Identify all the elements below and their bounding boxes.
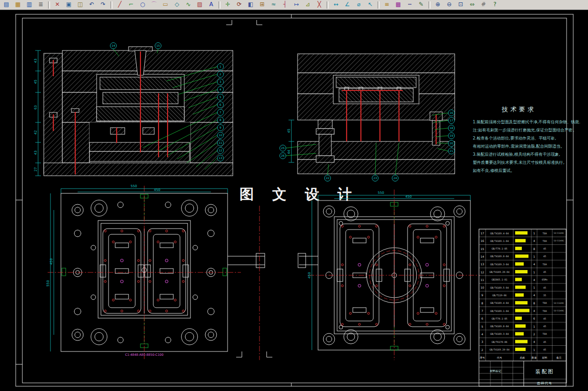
ejector-hole [149, 310, 151, 312]
bom-material: T8A [542, 301, 547, 304]
bom-material: 45 [543, 271, 546, 273]
part-balloon-number: 15 [156, 44, 160, 47]
new-icon[interactable]: ▤ [1, 0, 12, 10]
ejector-hole [182, 310, 184, 312]
undo-icon[interactable]: ↶ [86, 0, 97, 10]
plate-hole [91, 200, 107, 216]
plate-hole [208, 308, 214, 315]
save-icon[interactable]: ▥ [24, 0, 35, 10]
leader-icon[interactable]: ↖ [365, 0, 376, 10]
polyline-icon[interactable]: ⌐ [126, 0, 137, 10]
plate-hole [457, 209, 462, 214]
plate-hole [165, 337, 171, 343]
plate-hole [74, 308, 81, 315]
plate-hole [75, 332, 80, 338]
ejector-hole [341, 285, 343, 287]
arc-icon[interactable]: ⌒ [149, 0, 159, 10]
part-balloon-number: 8 [219, 118, 221, 121]
bom-qty: 4 [533, 278, 535, 281]
plate-hole [205, 204, 217, 216]
color-icon[interactable]: ▩ [393, 0, 404, 10]
zoom-out-icon[interactable]: ⊖ [444, 0, 455, 10]
plate-hole [165, 202, 171, 208]
part-balloon-number: 3 [219, 80, 221, 83]
dim-linear-icon[interactable]: ↔ [330, 0, 341, 10]
bom-seq: 16 [480, 239, 484, 242]
part-balloon-number: 12 [219, 149, 222, 152]
erase-icon[interactable]: ╳ [314, 0, 325, 10]
ejector-hole [349, 236, 351, 238]
plate-hole [193, 295, 198, 300]
dim-450-v: 450 [308, 272, 311, 278]
trim-icon[interactable]: ┤ [279, 0, 290, 10]
properties-icon[interactable]: ✎ [416, 0, 427, 10]
help-icon[interactable]: ? [489, 0, 500, 10]
dimension-value: 44 [287, 150, 291, 154]
open-icon[interactable]: ▦ [12, 0, 23, 10]
cavity-outline [160, 269, 173, 273]
print-icon[interactable]: ≣ [35, 0, 46, 10]
extend-icon[interactable]: ↦ [291, 0, 302, 10]
bom-part-mark [515, 293, 524, 297]
move-icon[interactable]: ✛ [222, 0, 233, 10]
array-icon[interactable]: ⊞ [257, 0, 268, 10]
bom-qty: 1 [533, 348, 535, 351]
layers-icon[interactable]: ≡ [381, 0, 392, 10]
bom-material: 45 [543, 255, 546, 258]
redo-icon[interactable]: ↷ [98, 0, 109, 10]
ejector-hole [409, 225, 411, 227]
bom-seq: 6 [481, 317, 483, 320]
ejector-hole [443, 323, 445, 325]
bom-material: T8A [542, 232, 547, 235]
ejector-hole [130, 299, 131, 301]
plate-hole [72, 204, 83, 216]
plate-hole [446, 325, 449, 329]
fold-mark [236, 351, 242, 357]
line-icon[interactable]: ╱ [114, 0, 125, 10]
ejector-hole [138, 281, 140, 282]
part-balloon-number: 13 [219, 156, 222, 160]
cooling-hole [120, 259, 123, 262]
bom-material: 65Mn [542, 278, 548, 281]
ejector-hole [376, 323, 378, 325]
measure-icon[interactable]: # [478, 0, 489, 10]
bom-code: GB/T4169.5-84 [490, 286, 508, 289]
ejector-hole [166, 310, 168, 312]
linetype-icon[interactable]: ┅ [404, 0, 415, 10]
ejector-hole [138, 230, 140, 232]
fillet-icon[interactable]: ⊿ [302, 0, 313, 10]
plate-hole [185, 332, 194, 341]
rectangle-icon[interactable]: ▭ [160, 0, 171, 10]
ejector-hole [409, 323, 411, 325]
dim-450: 450 [405, 195, 411, 199]
copy-icon[interactable]: ▣ [63, 0, 74, 10]
zoom-window-icon[interactable]: ⊡ [455, 0, 466, 10]
drawing-canvas[interactable]: 123456789101112131415 434563424327 [0, 0, 588, 391]
plate-hole [457, 336, 462, 342]
spline-icon[interactable]: ∿ [183, 0, 194, 10]
cavity-outline [109, 234, 135, 308]
bom-qty: 2 [533, 332, 535, 336]
bom-code: GB/T70.1-85 [491, 247, 507, 250]
plate-hole [95, 332, 103, 341]
hatch-icon[interactable]: ▨ [194, 0, 205, 10]
rotate-icon[interactable]: ⟳ [234, 0, 245, 10]
pan-icon[interactable]: ⇔ [467, 0, 478, 10]
ejector-hole [104, 230, 106, 232]
circle-icon[interactable]: ○ [137, 0, 148, 10]
bom-part-mark [515, 286, 526, 289]
offset-icon[interactable]: ≈ [268, 0, 279, 10]
dim-angular-icon[interactable]: ∠ [342, 0, 353, 10]
paste-icon[interactable]: ◫ [75, 0, 86, 10]
mirror-icon[interactable]: ◧ [245, 0, 256, 10]
dim-radius-icon[interactable]: ⌀ [353, 0, 364, 10]
ejector-hole [417, 236, 419, 238]
text-icon[interactable]: A [206, 0, 217, 10]
bom-header: 序号 [480, 356, 486, 360]
plate-hole [91, 295, 96, 300]
ejector-hole [341, 323, 343, 325]
polygon-icon[interactable]: ◇ [171, 0, 182, 10]
bom-material: T8A [542, 240, 547, 242]
cut-icon[interactable]: ✕ [52, 0, 63, 10]
zoom-in-icon[interactable]: ⊕ [432, 0, 443, 10]
